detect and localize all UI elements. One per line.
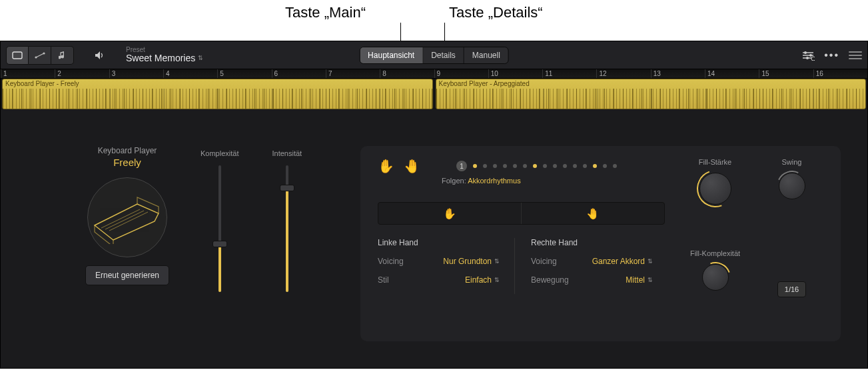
kv-value: Ganzer Akkord: [592, 257, 645, 266]
view-tabs: Hauptansicht Details Manuell: [359, 47, 509, 64]
ruler-tick: 2: [55, 69, 109, 78]
swing-value-select[interactable]: 1/16: [760, 277, 823, 297]
hand-tab-right[interactable]: 🤚: [522, 203, 664, 224]
kv-key: Voicing: [378, 257, 404, 266]
ruler-tick: 16: [813, 69, 867, 78]
kv-value: Nur Grundton: [443, 257, 492, 266]
ruler-tick: 6: [272, 69, 326, 78]
ruler-tick: 10: [488, 69, 542, 78]
knob-label: Fill-Stärke: [683, 158, 747, 166]
automation-view-button[interactable]: [29, 46, 51, 65]
svg-point-3: [804, 51, 807, 54]
left-hand-section: Linke Hand Voicing Nur Grundton⇅ Stil Ei…: [378, 238, 512, 294]
follow-value: Akkordrhythmus: [468, 177, 520, 185]
sliders-group: Komplexität Intensität: [201, 149, 302, 292]
beat-dot: [583, 164, 587, 168]
swing-value: 1/16: [777, 281, 806, 297]
ruler-tick: 13: [651, 69, 705, 78]
drag-handle-icon[interactable]: [849, 49, 862, 61]
hand-right-icon[interactable]: 🤚: [404, 158, 420, 174]
regenerate-button[interactable]: Erneut generieren: [85, 265, 169, 285]
beat-dot: [513, 164, 517, 168]
region-title: Keyboard Player - Arpeggiated: [439, 80, 530, 87]
beat-pattern[interactable]: 1: [456, 161, 617, 171]
annotation-details: Taste „Details“: [449, 4, 543, 21]
fill-strength-knob[interactable]: Fill-Stärke: [683, 158, 747, 205]
right-movement-row[interactable]: Bewegung Mittel⇅: [531, 275, 665, 285]
ruler-tick: 8: [380, 69, 434, 78]
ruler-tick: 11: [542, 69, 596, 78]
session-player-editor: Preset Sweet Memories⇅ Hauptansicht Deta…: [0, 41, 868, 369]
beat-dot: [593, 164, 597, 168]
knob-label: Fill-Komplexität: [683, 249, 747, 257]
right-hand-title: Rechte Hand: [531, 238, 665, 247]
kv-key: Voicing: [531, 257, 557, 266]
region-view-button[interactable]: [6, 46, 29, 65]
notes-view-button[interactable]: [51, 46, 74, 65]
chevron-updown-icon: ⇅: [494, 258, 500, 265]
svg-point-5: [806, 57, 809, 59]
detail-panel: ✋ 🤚 1: [360, 146, 841, 341]
timeline-ruler[interactable]: 1 2 3 4 5 6 7 8 9 10 11 12 13 14 15 16: [1, 69, 867, 79]
chevron-updown-icon: ⇅: [494, 277, 500, 283]
kv-value: Mittel: [626, 275, 645, 285]
region-b[interactable]: Keyboard Player - Arpeggiated: [436, 79, 867, 109]
chevron-updown-icon: ⇅: [648, 277, 653, 283]
tab-main[interactable]: Hauptansicht: [360, 47, 423, 63]
beat-dot: [483, 164, 487, 168]
svg-point-6: [811, 57, 815, 61]
chevron-updown-icon: ⇅: [648, 258, 653, 265]
knob-label: Swing: [760, 158, 823, 166]
beat-dot: [523, 164, 527, 168]
complexity-slider[interactable]: Komplexität: [201, 149, 238, 292]
region-waveform: [3, 89, 432, 109]
region-a[interactable]: Keyboard Player - Freely: [2, 79, 433, 109]
right-voicing-row[interactable]: Voicing Ganzer Akkord⇅: [531, 257, 665, 266]
hand-left-icon[interactable]: ✋: [378, 158, 394, 174]
kv-value: Einfach: [465, 275, 492, 285]
player-column: Keyboard Player Freely Erneut generieren: [27, 146, 227, 341]
knobs-column: Fill-Stärke Swing Fill-Komplexität 1/16: [683, 158, 823, 325]
right-hand-section: Rechte Hand Voicing Ganzer Akkord⇅ Beweg…: [514, 238, 665, 294]
left-voicing-row[interactable]: Voicing Nur Grundton⇅: [378, 257, 512, 266]
fill-complexity-knob[interactable]: Fill-Komplexität: [683, 249, 747, 291]
volume-icon[interactable]: [94, 51, 107, 60]
beat-dot: [553, 164, 557, 168]
preset-name: Sweet Memories: [126, 53, 195, 63]
beat-dot: [613, 164, 617, 168]
tab-manual[interactable]: Manuell: [464, 47, 508, 63]
ruler-tick: 1: [1, 69, 55, 78]
settings-icon[interactable]: [801, 50, 815, 61]
player-name: Freely: [27, 157, 227, 168]
track-lane: Keyboard Player - Freely Keyboard Player…: [1, 79, 867, 109]
more-icon[interactable]: •••: [824, 49, 839, 61]
intensity-slider[interactable]: Intensität: [272, 149, 302, 292]
editor-body: Keyboard Player Freely Erneut generieren…: [1, 109, 867, 368]
beat-dot: [563, 164, 567, 168]
tab-details[interactable]: Details: [423, 47, 464, 63]
left-hand-title: Linke Hand: [378, 238, 512, 247]
slider-label: Komplexität: [201, 149, 238, 157]
toolbar: Preset Sweet Memories⇅ Hauptansicht Deta…: [1, 41, 867, 69]
ruler-tick: 7: [326, 69, 380, 78]
ruler-tick: 14: [705, 69, 759, 78]
swing-knob[interactable]: Swing: [760, 158, 823, 199]
svg-point-4: [809, 54, 812, 57]
beat-dot: [473, 164, 477, 168]
beat-dot: [543, 164, 547, 168]
left-style-row[interactable]: Stil Einfach⇅: [378, 275, 512, 285]
ruler-tick: 4: [163, 69, 217, 78]
region-title: Keyboard Player - Freely: [5, 80, 79, 87]
player-type-label: Keyboard Player: [27, 146, 227, 155]
chevron-updown-icon: ⇅: [198, 55, 203, 62]
follow-row[interactable]: Folgen: Akkordrhythmus: [442, 177, 665, 185]
preset-selector[interactable]: Preset Sweet Memories⇅: [126, 46, 203, 63]
beat-dot: [503, 164, 507, 168]
beat-dot: [533, 164, 537, 168]
region-waveform: [436, 89, 866, 109]
player-avatar[interactable]: [87, 177, 167, 257]
hand-tabs: ✋ 🤚: [378, 202, 665, 225]
hand-tab-left[interactable]: ✋: [378, 203, 522, 224]
ruler-tick: 3: [109, 69, 163, 78]
svg-rect-0: [13, 52, 22, 59]
